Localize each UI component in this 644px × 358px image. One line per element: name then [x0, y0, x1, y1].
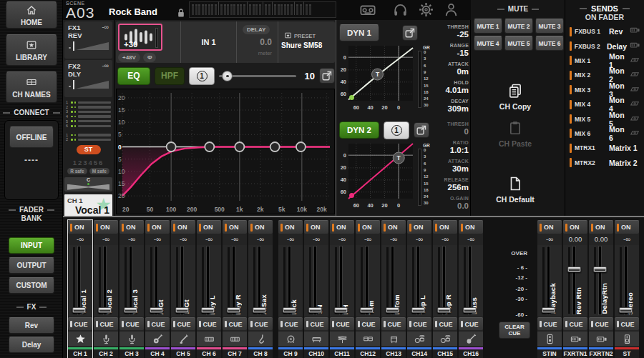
channel-id[interactable]: CH 1 [68, 347, 92, 358]
channel-id[interactable]: CH 4 [145, 347, 170, 358]
channel-on-button[interactable]: ON [171, 220, 195, 234]
eq-band-selector-button[interactable]: 1 [189, 67, 215, 85]
fader-knob[interactable] [175, 307, 189, 313]
st-assign-badge[interactable]: ST [77, 145, 101, 154]
channel-id[interactable]: CH12 [356, 347, 380, 358]
cue-button[interactable]: CUE [459, 317, 483, 330]
dyn1-button[interactable]: DYN 1 [339, 24, 379, 41]
fx1-send[interactable]: FX1 -∞ REV [64, 21, 112, 59]
fader-knob[interactable] [542, 307, 555, 313]
ch-names-button[interactable]: CH NAMES [6, 71, 57, 103]
channel-on-button[interactable]: ON [330, 220, 354, 234]
dyn-param-ratio[interactable]: RATIO1.0:1 [433, 140, 469, 159]
channel-id[interactable]: CH14 [407, 347, 431, 358]
send-on-fader-mtrx1[interactable]: MTRX1Matrix 1 [565, 141, 644, 155]
fader-knob[interactable] [201, 307, 215, 313]
channel-on-button[interactable]: ON [304, 220, 328, 234]
fader-knob[interactable] [334, 307, 348, 313]
clear-cue-button[interactable]: CLEARCUE [499, 322, 530, 339]
mute-group-2-button[interactable]: MUTE 2 [504, 19, 533, 34]
mute-group-3-button[interactable]: MUTE 3 [535, 19, 564, 34]
channel-id[interactable]: CH11 [330, 347, 354, 358]
cue-button[interactable]: CUE [589, 317, 613, 330]
channel-on-button[interactable]: ON [563, 220, 587, 234]
user-icon[interactable] [444, 2, 459, 20]
dyn1-graph[interactable]: 02040606040200T [338, 44, 416, 115]
dyn-param-hold[interactable]: HOLD4.01m [433, 80, 469, 99]
cue-button[interactable]: CUE [433, 317, 457, 330]
fx-rev-button[interactable]: Rev [9, 317, 54, 334]
dyn-param-attack[interactable]: ATTACK0m [433, 61, 469, 80]
phase-button[interactable]: Φ [143, 53, 157, 62]
scene-id[interactable]: A03 [66, 4, 94, 21]
fader-knob[interactable] [567, 267, 581, 272]
fader-knob[interactable] [360, 307, 374, 313]
ch-default-button[interactable]: CH Default [481, 176, 550, 204]
cue-button[interactable]: CUE [278, 317, 303, 330]
pan-control[interactable]: C [64, 177, 112, 192]
channel-on-button[interactable]: ON [68, 220, 92, 234]
channel-on-button[interactable]: ON [615, 220, 639, 234]
cue-button[interactable]: CUE [68, 317, 92, 330]
channel-on-button[interactable]: ON [119, 220, 144, 234]
hpf-button[interactable]: HPF [155, 67, 185, 85]
fader-knob[interactable] [124, 307, 137, 313]
mute-group-1-button[interactable]: MUTE 1 [474, 19, 502, 34]
fx1-level-wedge[interactable] [68, 41, 109, 51]
mute-group-5-button[interactable]: MUTE 5 [504, 36, 533, 51]
slider-knob[interactable] [222, 71, 233, 81]
fx-delay-button[interactable]: Delay [9, 337, 54, 353]
fader-knob[interactable] [72, 307, 86, 313]
send-on-fader-mix1[interactable]: MIX 1Mon 1 [565, 54, 644, 68]
send-on-fader-mix2[interactable]: MIX 2Mon 2 [565, 68, 644, 82]
fader-knob[interactable] [411, 307, 425, 313]
fader-bank-output-button[interactable]: OUTPUT [9, 257, 54, 274]
fader-knob[interactable] [308, 307, 322, 313]
dyn-param-thresh[interactable]: THRESH0 [433, 121, 469, 140]
cue-button[interactable]: CUE [248, 317, 273, 330]
cue-button[interactable]: CUE [356, 317, 380, 330]
fader-knob[interactable] [619, 307, 633, 313]
fader-knob[interactable] [253, 307, 266, 313]
dyn-param-range[interactable]: RANGE-15 [433, 43, 469, 61]
dyn-param-thresh[interactable]: THRESH-25 [433, 24, 469, 43]
channel-on-button[interactable]: ON [145, 220, 170, 234]
fader-knob[interactable] [98, 307, 112, 313]
fader-knob[interactable] [437, 307, 451, 313]
cue-button[interactable]: CUE [537, 317, 562, 330]
fx2-send[interactable]: FX2 -∞ DLY [64, 60, 112, 97]
dyn2-expand-button[interactable] [414, 122, 429, 138]
cue-button[interactable]: CUE [94, 317, 118, 330]
cue-button[interactable]: CUE [615, 317, 639, 330]
cue-button[interactable]: CUE [304, 317, 328, 330]
channel-id[interactable]: CH13 [381, 347, 406, 358]
dyn-param-ogain[interactable]: O.GAIN0.0 [433, 196, 469, 214]
channel-id[interactable]: CH 3 [119, 347, 144, 358]
fader-knob[interactable] [150, 307, 163, 313]
fader-knob[interactable] [463, 307, 477, 313]
fader-knob[interactable] [283, 307, 296, 313]
fader-knob[interactable] [593, 267, 607, 272]
channel-on-button[interactable]: ON [537, 220, 562, 234]
channel-on-button[interactable]: ON [223, 220, 247, 234]
send-on-fader-mix5[interactable]: MIX 5Mon 5 [565, 111, 644, 126]
input-port-label[interactable]: IN 1 [180, 21, 236, 63]
eq-on-button[interactable]: EQ [117, 67, 150, 85]
channel-id[interactable]: CH 6 [197, 347, 221, 358]
send-on-fader-mix3[interactable]: MIX 3Mon 3 [565, 83, 644, 97]
ch-copy-button[interactable]: CH Copy [481, 83, 550, 111]
eq-expand-button[interactable] [319, 68, 335, 84]
channel-id[interactable]: CH 5 [171, 347, 195, 358]
send-on-fader-fxbus1[interactable]: FXBUS 1Rev [565, 24, 644, 39]
channel-id[interactable]: FXRTN1 [563, 347, 587, 358]
channel-on-button[interactable]: ON [589, 220, 613, 234]
dyn2-band-selector-button[interactable]: 1 [384, 121, 409, 139]
send-on-fader-mix4[interactable]: MIX 4Mon 4 [565, 97, 644, 111]
mute-group-6-button[interactable]: MUTE 6 [535, 36, 564, 51]
preset-cell[interactable]: PRESET Shure SM58 [278, 21, 333, 63]
send-on-fader-mtrx2[interactable]: MTRX2Matrix 2 [565, 156, 644, 170]
eq-frequency-slider[interactable] [219, 67, 296, 85]
cue-button[interactable]: CUE [119, 317, 144, 330]
channel-on-button[interactable]: ON [94, 220, 118, 234]
channel-on-button[interactable]: ON [381, 220, 406, 234]
